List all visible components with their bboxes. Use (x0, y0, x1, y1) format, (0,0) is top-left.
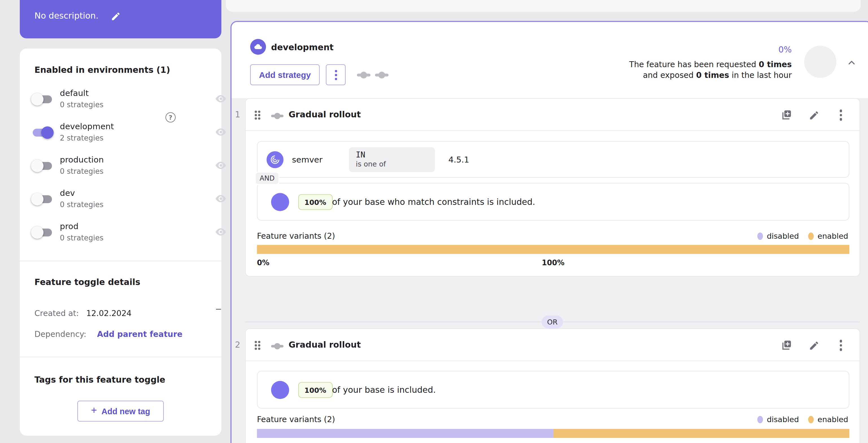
copy-strategy-button[interactable] (778, 337, 795, 354)
strategy-number: 2 (235, 340, 240, 350)
metrics-summary: 0% The feature has been requested 0 time… (629, 44, 792, 81)
strategy-menu-button[interactable] (832, 337, 849, 354)
edit-description-button[interactable] (107, 8, 124, 25)
environment-strategy-count: 2 strategies (60, 134, 104, 142)
variant-segment-label: 0% (257, 259, 269, 267)
add-new-tag-button[interactable]: + Add new tag (78, 401, 164, 421)
environment-name: production (60, 155, 104, 164)
rollout-percent-chip: 100% (298, 382, 332, 398)
created-at-label: Created at: (34, 309, 79, 318)
environment-strategy-count: 0 strategies (60, 200, 104, 209)
metrics-line-1: The feature has been requested 0 times (629, 59, 792, 70)
environment-row-prod: prod 0 strategies (20, 220, 221, 250)
strategy-card-1: Gradual rollout (245, 98, 860, 276)
legend-item-enabled: enabled (808, 231, 848, 240)
drag-handle[interactable] (255, 111, 263, 120)
edit-strategy-button[interactable] (805, 337, 822, 354)
sidebar-card: Enabled in environments (1) ? default 0 … (20, 48, 221, 436)
constraint-box: semver IN is one of 4.5.1 (257, 141, 849, 178)
toggle-development[interactable] (31, 127, 54, 139)
rollout-percent-chip: 100% (298, 194, 332, 210)
add-parent-feature-link[interactable]: Add parent feature (97, 330, 183, 339)
environment-row-production: production 0 strategies (20, 154, 221, 183)
constraint-operator: IN (356, 150, 428, 159)
strategy-title: Gradual rollout (288, 109, 361, 120)
strategy-preview-icon (375, 71, 389, 78)
eye-icon[interactable] (214, 159, 227, 173)
constraint-values: 4.5.1 (448, 155, 469, 164)
metrics-line-2: and exposed 0 times in the last hour (629, 70, 792, 81)
environment-menu-button[interactable] (326, 64, 346, 85)
rollout-strategy-icon (271, 111, 283, 122)
page: No description. Enabled in environments … (0, 0, 868, 443)
divider (20, 261, 221, 261)
strategy-header: Gradual rollout (246, 99, 860, 131)
collapse-details-button[interactable]: – (212, 303, 225, 315)
rollout-box: 100% of your base who match constraints … (257, 183, 849, 220)
description-text: No description. (34, 11, 98, 21)
constraint-operator-description: is one of (356, 160, 428, 168)
strategy-title: Gradual rollout (288, 340, 361, 350)
environment-badge (250, 39, 266, 55)
created-at-row: Created at: 12.02.2024 (34, 308, 132, 318)
add-strategy-button[interactable]: Add strategy (250, 64, 320, 85)
legend-item-enabled: enabled (808, 415, 848, 424)
eye-icon[interactable] (214, 126, 227, 139)
dependency-row: Dependency: Add parent feature (34, 329, 182, 339)
strategy-preview-icon (357, 71, 370, 78)
constraint-field: semver (292, 155, 322, 164)
edit-strategy-button[interactable] (805, 107, 822, 124)
kebab-icon (840, 340, 842, 351)
divider (20, 357, 221, 357)
copy-strategy-button[interactable] (778, 107, 795, 124)
rollout-percentage-circle (271, 381, 289, 399)
rollout-strategy-icon (271, 341, 283, 352)
variant-segment-enabled (257, 245, 849, 254)
pencil-icon (808, 110, 819, 121)
kebab-icon (840, 110, 842, 121)
tags-section-title: Tags for this feature toggle (34, 375, 165, 385)
environment-title: development (271, 42, 334, 53)
environment-row-default: default 0 strategies (20, 88, 221, 117)
environment-row-dev: dev 0 strategies (20, 188, 221, 217)
legend-item-disabled: disabled (757, 231, 799, 240)
or-separator-chip: OR (541, 315, 563, 329)
environment-strategy-count: 0 strategies (60, 167, 104, 175)
eye-icon[interactable] (214, 93, 227, 106)
strategy-number: 1 (235, 109, 240, 120)
rollout-description: of your base is included. (332, 385, 436, 395)
variants-legend: disabled enabled (757, 415, 848, 424)
metrics-donut-chart (804, 46, 836, 78)
copy-plus-icon (781, 340, 792, 351)
dependency-label: Dependency: (34, 330, 86, 339)
previous-section-card (226, 0, 861, 12)
add-new-tag-label: Add new tag (101, 407, 150, 416)
exposure-percent: 0% (629, 44, 792, 55)
variant-segment-disabled (257, 429, 553, 438)
strategy-header: Gradual rollout (246, 329, 860, 361)
constraint-operator-chip: IN is one of (349, 147, 435, 172)
collapse-environment-button[interactable] (844, 56, 859, 71)
strategy-menu-button[interactable] (832, 107, 849, 124)
created-at-value: 12.02.2024 (86, 309, 131, 318)
environment-row-development: development 2 strategies (20, 121, 221, 150)
toggle-production[interactable] (31, 160, 54, 172)
eye-icon[interactable] (214, 193, 227, 206)
copy-plus-icon (781, 109, 792, 121)
strategy-card-2: Gradual rollout (245, 329, 860, 443)
feature-variants-label: Feature variants (2) (257, 231, 335, 240)
toggle-default[interactable] (31, 93, 54, 105)
and-joiner-chip: AND (255, 172, 280, 185)
environment-name: development (60, 122, 114, 131)
variant-segment-label: 100% (542, 259, 564, 267)
eye-icon[interactable] (214, 226, 227, 239)
feature-variants-label: Feature variants (2) (257, 415, 335, 424)
toggle-dev[interactable] (31, 193, 54, 205)
plus-icon: + (91, 405, 97, 416)
environment-name: prod (60, 222, 79, 231)
variants-bar (257, 429, 849, 438)
variants-legend: disabled enabled (757, 231, 848, 240)
toggle-prod[interactable] (31, 226, 54, 239)
details-section-title: Feature toggle details (34, 277, 140, 287)
drag-handle[interactable] (255, 341, 263, 350)
